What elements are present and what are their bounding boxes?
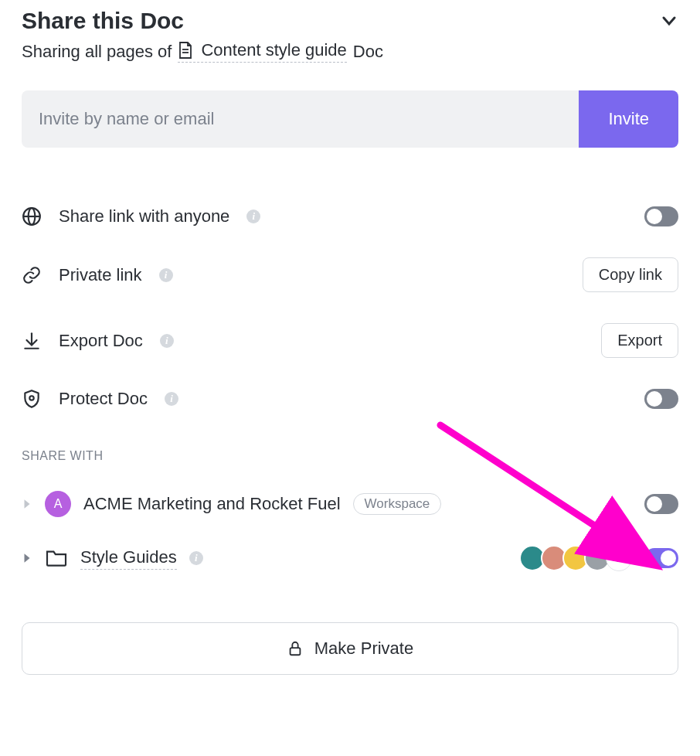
dialog-subtitle: Sharing all pages of Content style guide… <box>22 40 678 63</box>
export-button[interactable]: Export <box>601 323 678 358</box>
folder-name[interactable]: Style Guides <box>80 547 177 570</box>
share-link-toggle[interactable] <box>644 206 678 226</box>
protect-toggle[interactable] <box>644 389 678 409</box>
info-icon[interactable]: i <box>160 334 174 348</box>
invite-input[interactable] <box>22 90 579 148</box>
info-icon[interactable]: i <box>246 209 260 223</box>
protect-label: Protect Doc <box>59 389 148 409</box>
subtitle-prefix: Sharing all pages of <box>22 42 172 62</box>
svg-marker-8 <box>25 499 30 509</box>
info-icon[interactable]: i <box>159 268 173 282</box>
workspace-avatar: A <box>45 491 71 517</box>
workspace-name: ACME Marketing and Rocket Fuel <box>83 494 341 514</box>
doc-reference[interactable]: Content style guide <box>178 40 346 63</box>
share-workspace-row: A ACME Marketing and Rocket Fuel Workspa… <box>22 477 678 531</box>
chevron-down-icon[interactable] <box>660 12 678 30</box>
subtitle-suffix: Doc <box>353 42 383 62</box>
share-with-section-label: SHARE WITH <box>22 449 678 463</box>
private-link-label: Private link <box>59 265 142 285</box>
svg-rect-10 <box>290 648 300 655</box>
info-icon[interactable]: i <box>165 392 178 406</box>
dialog-title: Share this Doc <box>22 8 184 34</box>
share-folder-row: Style Guides i +18 <box>22 531 678 585</box>
private-link-row: Private link i Copy link <box>22 242 678 308</box>
invite-button[interactable]: Invite <box>579 90 678 148</box>
caret-right-icon[interactable] <box>22 499 32 509</box>
avatar-more-count[interactable]: +18 <box>606 545 632 571</box>
share-link-label: Share link with anyone <box>59 206 229 226</box>
link-icon <box>22 265 42 285</box>
share-link-row: Share link with anyone i <box>22 191 678 242</box>
doc-name: Content style guide <box>201 40 346 60</box>
make-private-label: Make Private <box>314 639 413 659</box>
info-icon[interactable]: i <box>189 551 203 565</box>
lock-icon <box>287 640 304 657</box>
doc-icon <box>178 41 193 60</box>
member-avatars[interactable]: +18 <box>519 545 632 571</box>
folder-icon <box>45 548 68 568</box>
export-row: Export Doc i Export <box>22 308 678 373</box>
svg-point-7 <box>29 396 33 400</box>
export-label: Export Doc <box>59 331 143 351</box>
make-private-button[interactable]: Make Private <box>22 622 678 675</box>
workspace-share-toggle[interactable] <box>644 494 678 514</box>
globe-icon <box>22 206 42 226</box>
workspace-badge: Workspace <box>353 493 442 515</box>
download-icon <box>22 331 42 351</box>
folder-share-toggle[interactable] <box>644 548 678 568</box>
shield-icon <box>22 389 42 409</box>
svg-marker-9 <box>25 553 30 563</box>
invite-row: Invite <box>22 90 678 148</box>
protect-row: Protect Doc i <box>22 373 678 424</box>
caret-right-icon[interactable] <box>22 553 32 564</box>
copy-link-button[interactable]: Copy link <box>583 257 678 292</box>
